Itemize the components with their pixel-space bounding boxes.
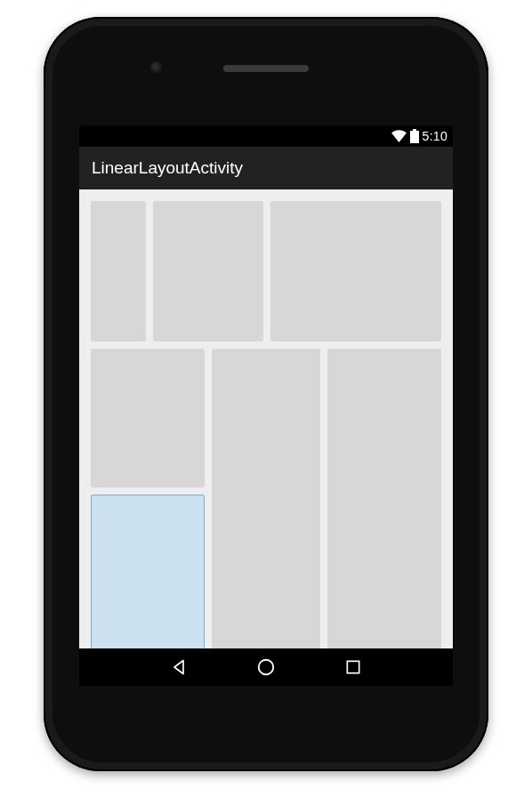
nav-home-button[interactable] xyxy=(254,656,278,679)
back-icon xyxy=(170,658,188,676)
block-r2-left-top[interactable] xyxy=(91,349,205,487)
svg-rect-1 xyxy=(410,131,419,143)
nav-back-button[interactable] xyxy=(167,656,190,679)
earpiece-speaker xyxy=(223,65,309,72)
screen: 5:10 LinearLayoutActivity xyxy=(79,125,453,686)
action-bar: LinearLayoutActivity xyxy=(79,147,453,189)
block-r1c1[interactable] xyxy=(91,201,146,342)
front-camera xyxy=(150,61,163,74)
content-area xyxy=(79,189,453,648)
app-title: LinearLayoutActivity xyxy=(92,158,243,178)
svg-point-2 xyxy=(259,660,274,675)
block-r2c2[interactable] xyxy=(212,349,320,651)
block-r2-left-bottom-selected[interactable] xyxy=(91,495,205,651)
phone-bezel: 5:10 LinearLayoutActivity xyxy=(52,26,480,762)
block-r1c3[interactable] xyxy=(270,201,441,342)
svg-rect-0 xyxy=(413,129,416,131)
stage: 5:10 LinearLayoutActivity xyxy=(0,0,532,789)
svg-rect-3 xyxy=(347,661,359,672)
navigation-bar xyxy=(79,648,453,686)
status-clock: 5:10 xyxy=(423,129,447,143)
phone-frame: 5:10 LinearLayoutActivity xyxy=(44,17,488,771)
block-r1c2[interactable] xyxy=(153,201,263,342)
block-r2c3[interactable] xyxy=(327,349,441,651)
recents-icon xyxy=(344,658,362,676)
home-icon xyxy=(256,657,276,677)
layout-row-2 xyxy=(91,349,441,651)
wifi-icon xyxy=(391,130,407,142)
status-bar: 5:10 xyxy=(79,125,453,147)
nav-recents-button[interactable] xyxy=(342,656,365,679)
layout-row-1 xyxy=(91,201,441,342)
layout-row-2-left-column xyxy=(91,349,205,651)
battery-icon xyxy=(410,129,419,143)
